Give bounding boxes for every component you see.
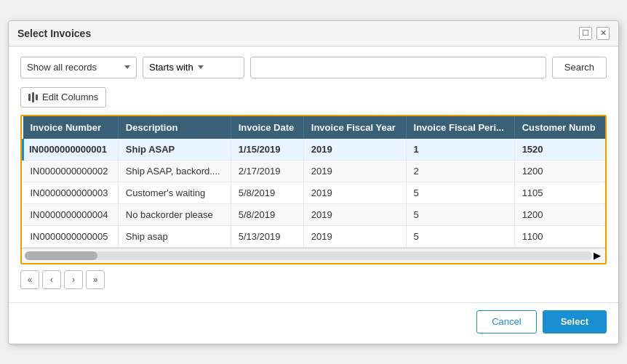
col-header-description: Description	[118, 116, 231, 139]
table-cell: Ship ASAP	[118, 139, 231, 161]
dialog-footer: Cancel Select	[9, 302, 618, 344]
table-cell: 5	[406, 182, 514, 203]
dialog-title: Select Invoices	[17, 28, 91, 39]
select-button[interactable]: Select	[543, 310, 607, 333]
col-header-invoice-number: Invoice Number	[23, 116, 119, 139]
col-header-invoice-date: Invoice Date	[231, 116, 303, 139]
table-body: IN0000000000001Ship ASAP1/15/20192019115…	[23, 139, 606, 248]
select-invoices-dialog: Select Invoices ☐ ✕ Show all records Sta…	[8, 20, 619, 344]
restore-button[interactable]: ☐	[579, 27, 592, 40]
search-bar: Show all records Starts with Search	[20, 57, 607, 78]
table-cell: 1	[406, 139, 514, 161]
col-header-fiscal-year: Invoice Fiscal Year	[303, 116, 406, 139]
next-page-button[interactable]: ›	[64, 270, 83, 289]
table-cell: No backorder please	[118, 203, 231, 225]
table-cell: 5/13/2019	[231, 225, 303, 247]
table-cell: Ship asap	[118, 225, 231, 247]
table-cell: 5	[406, 203, 514, 225]
table-cell: Ship ASAP, backord....	[118, 160, 231, 182]
last-page-button[interactable]: »	[86, 270, 105, 289]
table-cell: 1100	[514, 225, 605, 247]
table-wrapper: Invoice Number Description Invoice Date …	[20, 115, 607, 264]
search-button[interactable]: Search	[552, 57, 607, 78]
table-row[interactable]: IN0000000000002Ship ASAP, backord....2/1…	[23, 160, 606, 182]
table-cell: IN0000000000003	[23, 182, 119, 203]
scroll-thumb[interactable]	[25, 251, 97, 260]
scroll-right-button[interactable]: ▶	[592, 251, 602, 261]
table-cell: 5/8/2019	[231, 203, 303, 225]
cancel-button[interactable]: Cancel	[476, 310, 536, 333]
table-row[interactable]: IN0000000000004No backorder please5/8/20…	[23, 203, 606, 225]
table-cell: IN0000000000001	[23, 139, 119, 161]
table-row[interactable]: IN0000000000005Ship asap5/13/20192019511…	[23, 225, 606, 247]
first-page-button[interactable]: «	[20, 270, 39, 289]
col-header-customer-num: Customer Numb	[514, 116, 605, 139]
col-header-fiscal-period: Invoice Fiscal Peri...	[406, 116, 514, 139]
table-row[interactable]: IN0000000000001Ship ASAP1/15/20192019115…	[23, 139, 606, 161]
filter-dropdown[interactable]: Show all records	[20, 57, 137, 78]
scroll-track[interactable]	[25, 251, 592, 260]
title-buttons: ☐ ✕	[579, 27, 610, 40]
table-cell: 2019	[303, 182, 406, 203]
search-input[interactable]	[250, 57, 546, 78]
horizontal-scrollbar[interactable]: ▶	[22, 248, 605, 263]
table-cell: IN0000000000002	[23, 160, 119, 182]
table-cell: 2	[406, 160, 514, 182]
table-cell: 1200	[514, 160, 605, 182]
prev-page-button[interactable]: ‹	[42, 270, 61, 289]
table-cell: 5/8/2019	[231, 182, 303, 203]
close-button[interactable]: ✕	[596, 27, 610, 40]
table-cell: 2/17/2019	[231, 160, 303, 182]
table-cell: 2019	[303, 160, 406, 182]
condition-dropdown[interactable]: Starts with	[143, 57, 244, 78]
table-cell: 2019	[303, 225, 406, 247]
table-cell: IN0000000000004	[23, 203, 119, 225]
table-cell: 1105	[514, 182, 605, 203]
pagination: « ‹ › »	[20, 270, 607, 289]
invoices-table: Invoice Number Description Invoice Date …	[22, 116, 605, 248]
edit-columns-button[interactable]: Edit Columns	[20, 87, 106, 108]
table-row[interactable]: IN0000000000003Customer's waiting5/8/201…	[23, 182, 606, 203]
condition-dropdown-label: Starts with	[149, 62, 193, 73]
edit-columns-icon	[28, 92, 38, 102]
table-cell: 1/15/2019	[231, 139, 303, 161]
table-cell: Customer's waiting	[118, 182, 231, 203]
table-header-row: Invoice Number Description Invoice Date …	[23, 116, 606, 139]
table-cell: 2019	[303, 139, 406, 161]
table-cell: 5	[406, 225, 514, 247]
table-cell: 1200	[514, 203, 605, 225]
table-cell: IN0000000000005	[23, 225, 119, 247]
table-cell: 2019	[303, 203, 406, 225]
filter-dropdown-label: Show all records	[27, 62, 120, 73]
dialog-title-bar: Select Invoices ☐ ✕	[9, 21, 618, 46]
filter-dropdown-arrow-icon	[124, 65, 130, 69]
table-cell: 1520	[514, 139, 605, 161]
dialog-body: Show all records Starts with Search Edit…	[9, 46, 618, 302]
condition-dropdown-arrow-icon	[198, 65, 204, 69]
